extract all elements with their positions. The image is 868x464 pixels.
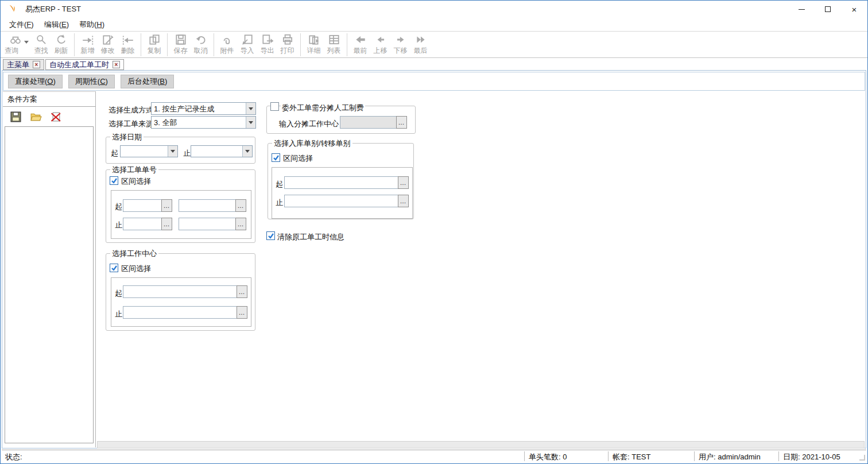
save-scheme-icon[interactable] xyxy=(10,111,22,123)
order-no-to-input-1[interactable] xyxy=(123,218,161,230)
edit-button[interactable]: 修改 xyxy=(98,33,118,56)
export-button[interactable]: 导出 xyxy=(257,33,277,56)
warehouse-range-checkbox[interactable] xyxy=(272,153,280,162)
apportion-center-field: … xyxy=(340,116,407,129)
order-no-range-checkbox[interactable] xyxy=(110,176,118,185)
export-icon xyxy=(261,33,274,46)
direct-process-button[interactable]: 直接处理(O) xyxy=(8,75,63,88)
account-text: 帐套: TEST xyxy=(613,452,650,462)
detail-button[interactable]: 详细 xyxy=(304,33,324,56)
warehouse-panel xyxy=(272,167,413,219)
undo-icon xyxy=(195,33,207,46)
horizontal-scrollbar[interactable] xyxy=(97,441,865,448)
date-from-select[interactable] xyxy=(120,145,178,157)
order-source-select[interactable]: 3. 全部 xyxy=(151,116,256,129)
find-button[interactable]: 查找 xyxy=(31,33,51,56)
order-no-from-input-1[interactable] xyxy=(123,199,161,212)
check-icon xyxy=(111,177,118,184)
gen-method-select[interactable]: 1. 按生产记录生成 xyxy=(151,102,256,115)
order-no-range-label: 区间选择 xyxy=(121,176,151,187)
toolbar-separator xyxy=(141,33,141,56)
refresh-button[interactable]: 刷新 xyxy=(51,33,71,56)
detail-icon xyxy=(308,33,320,46)
open-scheme-icon[interactable] xyxy=(30,111,42,123)
order-no-from-input-2[interactable] xyxy=(179,199,235,212)
copy-button[interactable]: 复制 xyxy=(144,33,164,56)
title-bar: 易杰ERP - TEST × xyxy=(1,1,867,18)
tab-main-menu[interactable]: 主菜单 × xyxy=(3,59,44,70)
toolbar: 查询 查找 刷新 新增 修改 xyxy=(1,31,867,58)
maximize-icon[interactable] xyxy=(815,1,841,18)
close-icon[interactable]: × xyxy=(113,61,120,68)
move-up-button[interactable]: 上移 xyxy=(370,33,390,56)
clear-hours-checkbox[interactable] xyxy=(266,231,275,240)
statusbar-divider xyxy=(608,451,609,461)
move-down-icon xyxy=(394,33,407,46)
warehouse-from-input[interactable] xyxy=(284,176,398,189)
condition-scheme-panel: 条件方案 xyxy=(3,91,96,447)
move-up-icon xyxy=(374,33,387,46)
background-process-button[interactable]: 后台处理(B) xyxy=(121,75,174,88)
chevron-down-icon[interactable] xyxy=(168,146,177,157)
browse-button[interactable]: … xyxy=(161,218,172,230)
resize-grip[interactable] xyxy=(859,455,865,461)
periodic-button[interactable]: 周期性(C) xyxy=(68,75,115,88)
status-text: 状态: xyxy=(5,452,22,462)
cancel-button[interactable]: 取消 xyxy=(191,33,211,56)
outsource-checkbox[interactable] xyxy=(270,102,279,111)
close-icon[interactable]: × xyxy=(33,61,40,68)
add-button[interactable]: 新增 xyxy=(78,33,98,56)
menu-file[interactable]: 文件(F) xyxy=(4,18,39,31)
browse-button[interactable]: … xyxy=(398,195,409,207)
tab-auto-generate-hours[interactable]: 自动生成工单工时 × xyxy=(45,59,124,70)
list-icon xyxy=(328,33,340,46)
work-center-from-field: … xyxy=(123,285,247,298)
move-down-button[interactable]: 下移 xyxy=(390,33,410,56)
first-button[interactable]: 最前 xyxy=(350,33,370,56)
chevron-down-icon[interactable] xyxy=(242,146,252,157)
last-button[interactable]: 最后 xyxy=(410,33,431,56)
panel-title: 条件方案 xyxy=(3,91,95,107)
list-button[interactable]: 列表 xyxy=(324,33,344,56)
copy-icon xyxy=(148,33,161,46)
menu-help[interactable]: 帮助(H) xyxy=(74,18,110,31)
apportion-center-label: 输入分摊工作中心 xyxy=(279,119,339,129)
scheme-list[interactable] xyxy=(5,126,94,443)
dropdown-caret-icon[interactable] xyxy=(24,41,29,44)
order-no-to-field-1: … xyxy=(123,218,172,230)
browse-button[interactable]: … xyxy=(235,218,246,230)
browse-button[interactable]: … xyxy=(235,199,246,212)
close-icon[interactable]: × xyxy=(841,1,867,18)
apportion-center-input[interactable] xyxy=(340,116,396,129)
chevron-down-icon[interactable] xyxy=(246,103,255,114)
minimize-icon[interactable] xyxy=(788,1,815,18)
browse-button[interactable]: … xyxy=(237,285,247,298)
delete-button[interactable]: 删除 xyxy=(118,33,138,56)
warehouse-to-input[interactable] xyxy=(284,195,398,207)
save-button[interactable]: 保存 xyxy=(170,33,191,56)
browse-button[interactable]: … xyxy=(237,306,247,319)
status-bar: 状态: 单头笔数: 0 帐套: TEST 用户: admin/admin 日期:… xyxy=(2,450,866,462)
browse-button[interactable]: … xyxy=(161,199,172,212)
order-no-from-field-2: … xyxy=(179,199,246,212)
browse-button[interactable]: … xyxy=(396,116,407,129)
attachment-button[interactable]: 附件 xyxy=(217,33,237,56)
browse-button[interactable]: … xyxy=(398,176,409,189)
refresh-icon xyxy=(55,33,68,46)
query-button[interactable]: 查询 xyxy=(3,33,31,56)
chevron-down-icon[interactable] xyxy=(246,117,255,128)
work-center-from-input[interactable] xyxy=(123,285,237,298)
order-no-to-input-2[interactable] xyxy=(179,218,235,230)
order-no-to-field-2: … xyxy=(179,218,246,230)
delete-scheme-icon[interactable] xyxy=(50,111,62,123)
import-icon xyxy=(241,33,254,46)
menu-edit[interactable]: 编辑(E) xyxy=(39,18,74,31)
date-to-select[interactable] xyxy=(191,145,253,157)
work-center-range-checkbox[interactable] xyxy=(110,264,118,272)
doc-count-text: 单头笔数: 0 xyxy=(529,452,567,462)
order-no-from-field-1: … xyxy=(123,199,172,212)
import-button[interactable]: 导入 xyxy=(237,33,257,56)
warehouse-to-label: 止 xyxy=(276,198,283,208)
work-center-to-input[interactable] xyxy=(123,306,237,319)
print-button[interactable]: 打印 xyxy=(277,33,297,56)
